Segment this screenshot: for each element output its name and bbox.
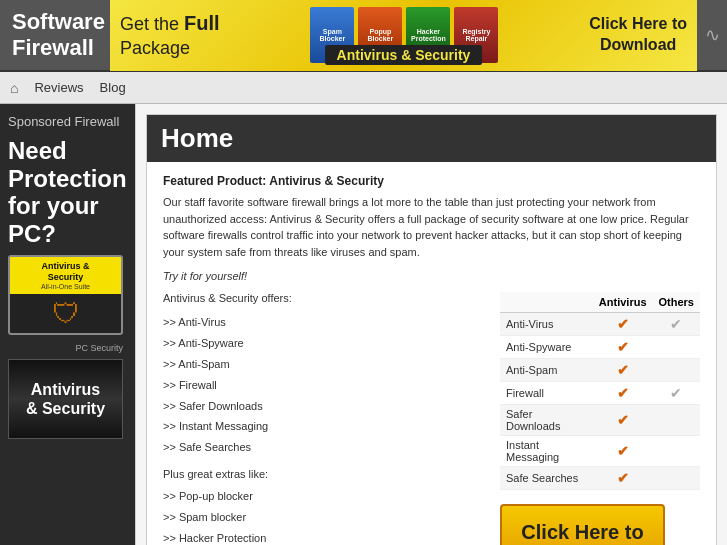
sidebar-shield-icon: 🛡 <box>52 297 80 330</box>
content-description: Our staff favorite software firewall bri… <box>163 194 700 260</box>
sidebar-product-title: Antivirus &Security <box>12 261 119 283</box>
sidebar-pc-label: PC Security <box>8 343 123 353</box>
sidebar-product-subtitle: All-in-One Suite <box>12 283 119 290</box>
col-antivirus-header: Antivirus <box>593 292 653 313</box>
content-area: Home Featured Product: Antivirus & Secur… <box>135 104 727 545</box>
download-button[interactable]: Click Here toDownload <box>500 504 665 545</box>
list-item: >> Anti-Spyware <box>163 333 488 354</box>
sidebar-ad-text: Need Protection for your PC? <box>8 137 127 247</box>
row-others-check: ✔ <box>653 313 700 336</box>
row-antivirus-check: ✔ <box>593 436 653 467</box>
list-item: >> Safer Downloads <box>163 396 488 417</box>
col-others-header: Others <box>653 292 700 313</box>
check-yes-icon: ✔ <box>617 412 629 428</box>
rss-icon[interactable]: ∿ <box>697 24 727 46</box>
header: Software Firewall Get the FullPackage Sp… <box>0 0 727 72</box>
nav-reviews[interactable]: Reviews <box>34 80 83 95</box>
col-feature-header <box>500 292 593 313</box>
row-label: Anti-Spam <box>500 359 593 382</box>
list-item: >> Pop-up blocker <box>163 486 488 507</box>
comparison-table: Antivirus Others Anti-Virus ✔ ✔ Anti-Spy… <box>500 292 700 490</box>
list-item: >> Anti-Spam <box>163 354 488 375</box>
list-item: >> Anti-Virus <box>163 312 488 333</box>
logo: Software Firewall <box>0 1 110 70</box>
list-item: >> Instant Messaging <box>163 416 488 437</box>
logo-line1: Software <box>12 9 105 34</box>
row-antivirus-check: ✔ <box>593 359 653 382</box>
list-item: >> Safe Searches <box>163 437 488 458</box>
try-label: Try it for yourself! <box>163 270 700 282</box>
check-yes-icon: ✔ <box>617 362 629 378</box>
row-others-check <box>653 359 700 382</box>
sidebar-bottom-title: Antivirus& Security <box>26 380 105 418</box>
row-label: Safer Downloads <box>500 405 593 436</box>
check-yes-icon: ✔ <box>617 470 629 486</box>
row-label: Anti-Spyware <box>500 336 593 359</box>
row-others-check <box>653 436 700 467</box>
nav-blog[interactable]: Blog <box>100 80 126 95</box>
check-gray-icon: ✔ <box>670 316 682 332</box>
banner-security-label: Antivirus & Security <box>325 45 483 65</box>
table-row: Anti-Virus ✔ ✔ <box>500 313 700 336</box>
sidebar: Sponsored Firewall Need Protection for y… <box>0 104 135 545</box>
check-yes-icon: ✔ <box>617 339 629 355</box>
extras-label: Plus great extras like: <box>163 468 488 480</box>
row-label: Anti-Virus <box>500 313 593 336</box>
content-body: Antivirus & Security offers: >> Anti-Vir… <box>163 292 700 545</box>
row-antivirus-check: ✔ <box>593 336 653 359</box>
page-title: Home <box>147 115 716 162</box>
check-yes-icon: ✔ <box>617 316 629 332</box>
featured-product-label: Featured Product: Antivirus & Security <box>163 174 700 188</box>
check-gray-icon: ✔ <box>670 385 682 401</box>
row-others-check <box>653 405 700 436</box>
table-row: Safe Searches ✔ <box>500 467 700 490</box>
table-row: Safer Downloads ✔ <box>500 405 700 436</box>
offers-label: Antivirus & Security offers: <box>163 292 488 304</box>
banner-text-left: Get the FullPackage <box>120 10 220 60</box>
comparison-column: Antivirus Others Anti-Virus ✔ ✔ Anti-Spy… <box>500 292 700 545</box>
list-item: >> Spam blocker <box>163 507 488 528</box>
logo-line2: Firewall <box>12 35 94 60</box>
navbar: ⌂ Reviews Blog <box>0 72 727 104</box>
row-others-check <box>653 336 700 359</box>
check-yes-icon: ✔ <box>617 385 629 401</box>
sidebar-product-image[interactable]: Antivirus &Security All-in-One Suite 🛡 <box>8 255 123 335</box>
row-antivirus-check: ✔ <box>593 467 653 490</box>
header-banner[interactable]: Get the FullPackage SpamBlocker PopupBlo… <box>110 0 697 71</box>
row-antivirus-check: ✔ <box>593 405 653 436</box>
table-row: Anti-Spyware ✔ <box>500 336 700 359</box>
sidebar-title: Sponsored Firewall <box>8 114 127 129</box>
content-card: Home Featured Product: Antivirus & Secur… <box>146 114 717 545</box>
list-item: >> Hacker Protection <box>163 528 488 545</box>
row-antivirus-check: ✔ <box>593 382 653 405</box>
features-column: Antivirus & Security offers: >> Anti-Vir… <box>163 292 488 545</box>
row-label: Safe Searches <box>500 467 593 490</box>
table-row: Instant Messaging ✔ <box>500 436 700 467</box>
row-others-check <box>653 467 700 490</box>
sidebar-bottom-image[interactable]: Antivirus& Security <box>8 359 123 439</box>
list-item: >> Firewall <box>163 375 488 396</box>
row-others-check: ✔ <box>653 382 700 405</box>
main-layout: Sponsored Firewall Need Protection for y… <box>0 104 727 545</box>
row-antivirus-check: ✔ <box>593 313 653 336</box>
row-label: Firewall <box>500 382 593 405</box>
table-row: Firewall ✔ ✔ <box>500 382 700 405</box>
banner-cta[interactable]: Click Here toDownload <box>589 14 687 56</box>
features-list: >> Anti-Virus >> Anti-Spyware >> Anti-Sp… <box>163 312 488 458</box>
table-row: Anti-Spam ✔ <box>500 359 700 382</box>
row-label: Instant Messaging <box>500 436 593 467</box>
check-yes-icon: ✔ <box>617 443 629 459</box>
home-icon[interactable]: ⌂ <box>10 80 18 96</box>
extras-list: >> Pop-up blocker >> Spam blocker >> Hac… <box>163 486 488 545</box>
